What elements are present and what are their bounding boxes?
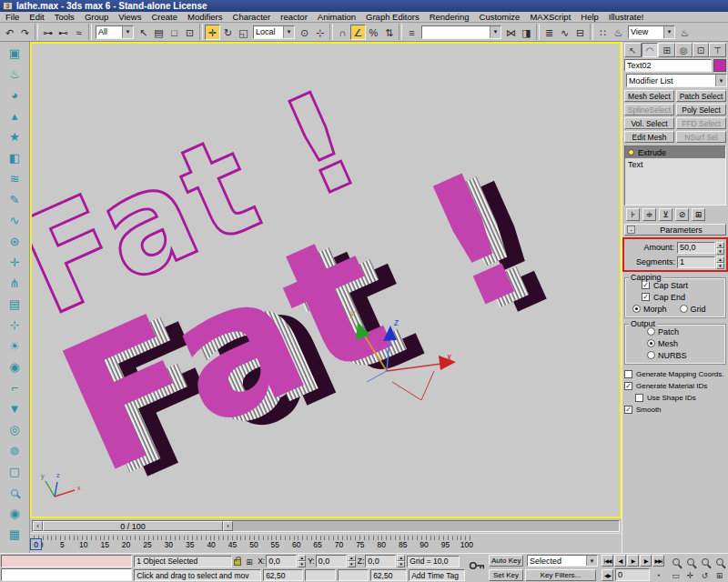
menu-reactor[interactable]: reactor [279, 12, 308, 22]
curve-editor-button[interactable]: ∿ [557, 25, 572, 40]
cap-end-checkbox[interactable]: ✓ Cap End [642, 291, 723, 303]
menu-help[interactable]: Help [580, 12, 600, 22]
use-pivot-center-button[interactable]: ⊙ [297, 25, 312, 40]
menu-tools[interactable]: Tools [54, 12, 76, 22]
object-color-swatch[interactable] [713, 59, 726, 72]
rect-selection-region-button[interactable]: □ [167, 25, 182, 40]
stack-item-text[interactable]: Text [625, 158, 725, 170]
use-shape-ids-checkbox[interactable]: Use Shape IDs [635, 392, 726, 404]
material-editor-button[interactable]: ∷ [595, 25, 611, 40]
z-coordinate-field[interactable]: 0,0 [365, 555, 396, 567]
percent-snap-button[interactable]: % [366, 25, 381, 40]
go-to-end-button[interactable]: ▶▶| [652, 555, 664, 567]
patch-radio[interactable] [647, 327, 655, 336]
object-name-field[interactable]: Text02 [624, 59, 712, 72]
menu-views[interactable]: Views [117, 12, 142, 22]
mesh-radio[interactable] [647, 339, 655, 347]
y-coordinate-field[interactable]: 0,0 [316, 555, 347, 567]
patch-select-button[interactable]: Patch Select [676, 90, 726, 102]
tab-modify[interactable]: ◠ [642, 43, 659, 57]
named-selection-dropdown[interactable]: ▼ [421, 25, 501, 39]
quick-render-button[interactable]: ♨ [677, 25, 693, 40]
selection-lock-icon[interactable] [234, 559, 241, 566]
edit-mesh-button[interactable]: Edit Mesh [624, 131, 674, 143]
helper-icon[interactable]: ⊹ [3, 315, 26, 336]
stack-item-extrude[interactable]: Extrude [625, 146, 725, 158]
menu-file[interactable]: File [5, 12, 20, 22]
absolute-offset-toggle[interactable]: ⊞ [243, 556, 256, 567]
zoom-extents-button[interactable] [698, 556, 712, 568]
time-slider-handle[interactable]: 0 / 100 [43, 521, 223, 531]
tab-display[interactable]: ⊡ [693, 43, 710, 57]
planet-icon[interactable]: ◎ [3, 419, 26, 440]
configure-modifier-sets-button[interactable]: ⊞ [692, 208, 705, 221]
region-zoom-button[interactable]: ▭ [669, 569, 682, 582]
menu-animation[interactable]: Animation [317, 12, 357, 22]
min-max-toggle-button[interactable]: ⊞ [713, 569, 726, 582]
y-spinner[interactable]: ▲▼ [348, 555, 356, 567]
x-spinner[interactable]: ▲▼ [298, 555, 306, 567]
menu-modifiers[interactable]: Modifiers [187, 12, 224, 22]
select-by-name-button[interactable]: ▤ [151, 25, 167, 40]
menu-edit[interactable]: Edit [28, 12, 45, 22]
window-icon[interactable]: ▢ [3, 461, 26, 482]
poly-select-button[interactable]: Poly Select [676, 104, 726, 115]
time-slider-next[interactable]: › [223, 521, 233, 531]
pen-icon[interactable]: ✎ [3, 189, 26, 210]
go-to-start-button[interactable]: |◀◀ [602, 555, 613, 567]
select-and-scale-button[interactable]: ◱ [236, 25, 251, 40]
menu-graph-editors[interactable]: Graph Editors [365, 12, 420, 22]
menu-group[interactable]: Group [84, 12, 109, 22]
zoom-button[interactable] [669, 556, 682, 568]
redo-button[interactable]: ↷ [17, 25, 33, 40]
bones-icon[interactable]: ⋔ [3, 273, 26, 294]
parameters-rollout-header[interactable]: - Parameters [624, 224, 726, 236]
listener-script-row[interactable] [1, 568, 132, 581]
generate-mapping-checkbox[interactable]: Generate Mapping Coords. [624, 368, 726, 380]
angle-snap-button[interactable]: ∠ [350, 25, 366, 40]
mesh-select-button[interactable]: Mesh Select [624, 90, 674, 102]
cone-icon[interactable]: ▴ [3, 105, 26, 126]
previous-frame-button[interactable]: ◀| [614, 555, 626, 567]
next-frame-button[interactable]: |▶ [640, 555, 652, 567]
menu-character[interactable]: Character [232, 12, 272, 22]
select-and-rotate-button[interactable]: ↻ [220, 25, 236, 40]
key-mode-toggle-button[interactable]: ◀▶ [602, 569, 613, 581]
gear-icon[interactable]: ⊛ [3, 231, 26, 252]
select-and-move-button[interactable]: ✛ [205, 25, 220, 40]
amount-spinner[interactable]: ▲▼ [716, 242, 724, 254]
morph-radio[interactable] [632, 305, 641, 313]
magnifier-icon[interactable] [3, 482, 26, 503]
pan-button[interactable]: ✛ [683, 569, 697, 582]
modifier-list-dropdown[interactable]: Modifier List ▼ [626, 74, 727, 87]
menu-illustrate-[interactable]: Illustrate! [608, 12, 645, 22]
window-crossing-toggle[interactable]: ⊡ [182, 25, 197, 40]
perspective-viewport[interactable]: Fat ! Fat ! Fat ! Fat ! [30, 42, 622, 518]
tab-utilities[interactable]: ⊤ [709, 43, 726, 57]
current-frame-marker[interactable]: 0 [30, 538, 42, 550]
time-configuration-button[interactable]: ◔ [652, 569, 664, 581]
camera-icon[interactable]: ◉ [3, 356, 26, 377]
segments-field[interactable]: 1 [677, 256, 715, 268]
rollout-collapse-button[interactable]: - [627, 226, 635, 234]
spinner-snap-button[interactable]: ⇅ [381, 25, 397, 40]
arc-rotate-button[interactable]: ↺ [698, 569, 712, 582]
generate-material-ids-checkbox[interactable]: ✓ Generate Material IDs [624, 380, 726, 392]
film-icon[interactable]: ▦ [3, 524, 26, 545]
menu-customize[interactable]: Customize [479, 12, 521, 22]
light-icon[interactable]: ☀ [3, 336, 26, 356]
auto-key-button[interactable]: Auto Key [489, 555, 523, 567]
amount-field[interactable]: 50,0 [677, 242, 715, 254]
camera2-icon[interactable]: ◉ [3, 503, 26, 524]
shirt-icon[interactable]: ▼ [3, 398, 26, 419]
level-icon[interactable]: ⌐ [3, 377, 26, 398]
render-type-dropdown[interactable]: View▼ [628, 25, 675, 39]
nurbs-radio[interactable] [647, 351, 655, 359]
select-object-button[interactable]: ↖ [136, 25, 151, 40]
current-frame-field[interactable]: 0 [615, 568, 650, 581]
reference-coordinate-dropdown[interactable]: Local▼ [253, 25, 295, 39]
segments-spinner[interactable]: ▲▼ [716, 256, 724, 268]
spline-icon[interactable]: ∿ [3, 210, 26, 231]
tab-hierarchy[interactable]: ⊞ [658, 43, 675, 57]
zoom-all-button[interactable] [683, 556, 697, 568]
